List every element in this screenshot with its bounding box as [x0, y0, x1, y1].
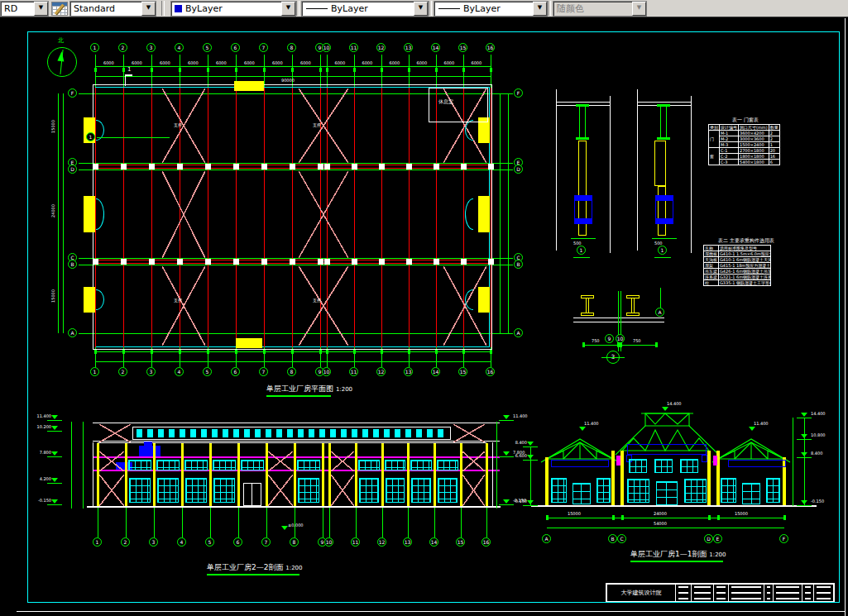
plan-column-line [151, 88, 152, 347]
plan-room [429, 88, 488, 122]
s22-grid-stub [329, 508, 330, 537]
lineweight-value: ByLayer [460, 3, 501, 14]
text-style-value: Standard [70, 3, 115, 14]
column-marker [379, 259, 385, 265]
text-style-arrow-icon[interactable]: ▼ [141, 2, 156, 16]
s22-column [381, 443, 384, 506]
s22-column [407, 443, 410, 506]
elevation-triangle-icon [527, 500, 534, 504]
column-marker [461, 259, 467, 265]
dim-tick [381, 68, 383, 72]
bay-dimension: 6000 [160, 60, 170, 65]
dim-tick [326, 68, 328, 72]
text-style-combo[interactable]: Standard ▼ [69, 1, 156, 17]
s11-window [627, 479, 649, 503]
lineweight-arrow-icon[interactable]: ▼ [533, 2, 547, 16]
plan-column-bubble: 7 [259, 367, 268, 376]
ground-elevation-label: ±0.000 [288, 523, 304, 528]
s22-axis-bubble: 12 [377, 537, 386, 547]
s22-column [237, 443, 240, 506]
dim-tick [546, 515, 549, 520]
plan-dim-line [508, 93, 509, 333]
s22-axis-bubble: 3 [149, 537, 158, 547]
s11-span-dim: 15000 [568, 511, 581, 516]
color-combo[interactable]: ByLayer ▼ [170, 1, 296, 17]
x-bracing [99, 475, 124, 506]
plan-row-bubble: F [514, 88, 523, 98]
table-cell: 2 [769, 131, 779, 136]
detail-wall-line [610, 96, 611, 253]
plan-column-line [292, 88, 293, 347]
s11-door [573, 483, 591, 504]
layer-combo[interactable]: RD ▼ [0, 1, 49, 17]
bay-dimension: 6000 [300, 60, 311, 65]
drawing-canvas[interactable]: 单层工业厂房平面图 1:200 单层工业厂房2—2剖面 1:200 单层工业厂房… [0, 0, 848, 616]
s11-column [620, 451, 624, 507]
column-marker [434, 164, 439, 170]
s22-lower-window [411, 478, 431, 503]
elevation-triangle-icon [662, 407, 668, 411]
brace-label: 支撑 [313, 298, 321, 303]
dim-tick [490, 68, 492, 72]
x-bracing [299, 266, 348, 346]
linetype-combo[interactable]: ByLayer ▼ [301, 1, 429, 17]
linetype-arrow-icon[interactable]: ▼ [414, 2, 428, 16]
detail-column-upper [654, 141, 666, 186]
elevation-triangle-icon [579, 427, 586, 431]
dim-tick [353, 68, 356, 72]
s22-column [434, 443, 436, 506]
plan-column-line [381, 88, 382, 347]
plan-column-line [409, 88, 410, 347]
column-marker [177, 164, 183, 170]
plan-column-bubble: 8 [287, 367, 296, 376]
s11-window [721, 478, 736, 503]
elevation-line [797, 418, 812, 418]
plan-column-line [208, 88, 208, 347]
column-marker [352, 164, 357, 170]
s11-axis-bubble: D [704, 534, 713, 543]
s22-grid-stub [210, 508, 211, 537]
lineweight-combo[interactable]: ByLayer ▼ [434, 1, 548, 17]
leader-line [97, 137, 170, 138]
elevation-line [523, 505, 538, 506]
detail-roof-line [556, 102, 611, 103]
plan-dim-line [500, 93, 501, 333]
table-cell: 3000×3600 [739, 136, 769, 142]
table-cell: 1500×2400 [739, 142, 769, 148]
table-cell: 门 [709, 131, 720, 148]
x-bracing [162, 266, 205, 346]
elevation-triangle-icon [801, 434, 807, 438]
x-bracing [462, 451, 485, 471]
toolbar-separator [548, 1, 551, 16]
elevation-line [47, 431, 62, 432]
color-swatch-icon [175, 5, 182, 12]
elevation-line [797, 505, 812, 506]
plan-column-bubble: 5 [203, 43, 212, 52]
s11-crane-girder [627, 444, 707, 455]
x-bracing [462, 475, 485, 506]
lineweight-sample-icon [438, 8, 460, 9]
dim-tick [435, 68, 438, 72]
plan-column-bubble: 6 [231, 367, 240, 376]
elevation-label: -0.150 [811, 499, 824, 504]
north-label: 北 [58, 36, 64, 45]
column-marker [406, 164, 412, 170]
text-style-manager-icon[interactable] [51, 2, 68, 16]
plan-column-bubble: 3 [146, 43, 156, 52]
table-cell: G410-1 6m钢筋混凝土天沟板 [719, 257, 771, 263]
plan-column-bubble: 16 [486, 367, 495, 376]
total-dimension: 90000 [281, 78, 295, 83]
elevation-triangle-icon [51, 415, 58, 419]
layer-combo-arrow-icon[interactable]: ▼ [34, 2, 48, 16]
s22-lower-window [157, 478, 179, 503]
s22-axis-bubble: 15 [456, 537, 465, 547]
table-cell: G321-1 6m钢筋混凝土连系梁 [719, 275, 771, 280]
bay-dimension: 6000 [188, 60, 199, 65]
column-marker [205, 259, 211, 265]
detail-wall-line [556, 89, 557, 251]
section-cut-label: 1 [127, 66, 131, 73]
s11-span-dim: 24000 [654, 511, 667, 516]
plan-door [84, 287, 95, 313]
color-arrow-icon[interactable]: ▼ [281, 2, 295, 16]
toolbar-separator [296, 1, 299, 16]
